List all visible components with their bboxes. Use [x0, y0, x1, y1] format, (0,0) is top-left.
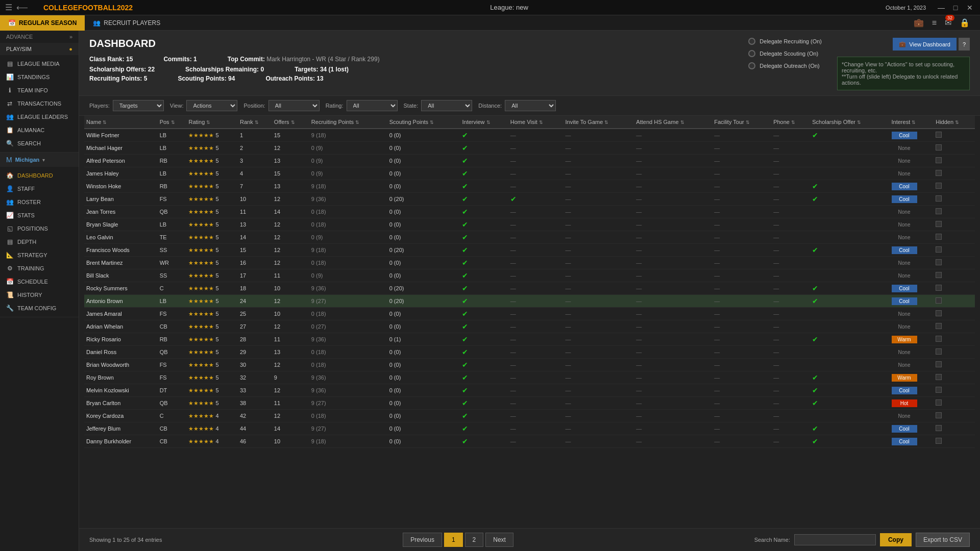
delegate-outreach-radio[interactable]	[748, 62, 755, 69]
view-dashboard-button[interactable]: 💼 View Dashboard	[893, 38, 957, 51]
hidden-checkbox[interactable]	[936, 221, 942, 227]
cell-hidden[interactable]	[934, 346, 975, 359]
interest-button[interactable]: None	[892, 234, 917, 241]
interest-button[interactable]: None	[892, 259, 917, 267]
distance-filter-select[interactable]: All	[505, 100, 556, 111]
sidebar-item-team-config[interactable]: 🔧 TEAM CONFIG	[0, 302, 79, 315]
cell-interest[interactable]: None	[890, 410, 934, 422]
cell-hidden[interactable]	[934, 129, 975, 142]
interest-button[interactable]: Cool	[892, 246, 917, 254]
sidebar-item-staff[interactable]: 👤 STAFF	[0, 182, 79, 195]
col-scholarship[interactable]: Scholarship Offer ⇅	[810, 116, 889, 129]
sidebar-item-dashboard[interactable]: 🏠 DASHBOARD	[0, 169, 79, 182]
cell-interest[interactable]: Cool	[890, 180, 934, 193]
interest-button[interactable]: Cool	[892, 195, 917, 203]
interest-button[interactable]: None	[892, 323, 917, 331]
hidden-checkbox[interactable]	[936, 259, 942, 265]
sidebar-item-history[interactable]: 📜 HISTORY	[0, 288, 79, 302]
col-home-visit[interactable]: Home Visit ⇅	[508, 116, 564, 129]
cell-interest[interactable]: None	[890, 320, 934, 333]
cell-interest[interactable]: None	[890, 167, 934, 180]
sidebar-item-league-leaders[interactable]: 👥 LEAGUE LEADERS	[0, 110, 79, 123]
col-phone[interactable]: Phone ⇅	[771, 116, 810, 129]
interest-button[interactable]: None	[892, 208, 917, 216]
prev-button[interactable]: Previous	[403, 533, 442, 547]
sidebar-item-team-info[interactable]: ℹ TEAM INFO	[0, 84, 79, 97]
page-1-button[interactable]: 1	[444, 533, 463, 547]
cell-interest[interactable]: None	[890, 231, 934, 244]
interest-button[interactable]: None	[892, 348, 917, 356]
interest-button[interactable]: Cool	[892, 387, 917, 394]
hidden-checkbox[interactable]	[936, 297, 942, 304]
menu-icon[interactable]: ☰	[5, 3, 12, 12]
hidden-checkbox[interactable]	[936, 374, 942, 380]
interest-button[interactable]: Warm	[892, 336, 917, 343]
cell-hidden[interactable]	[934, 257, 975, 269]
hidden-checkbox[interactable]	[936, 234, 942, 240]
interest-button[interactable]: Hot	[892, 399, 917, 407]
col-rec-pts[interactable]: Recruiting Points ⇅	[309, 116, 387, 129]
sidebar-item-standings[interactable]: 📊 STANDINGS	[0, 70, 79, 84]
sidebar-item-roster[interactable]: 👥 ROSTER	[0, 195, 79, 209]
cell-hidden[interactable]	[934, 371, 975, 384]
help-button[interactable]: ?	[959, 38, 970, 51]
cell-interest[interactable]: None	[890, 257, 934, 269]
season-button[interactable]: 📅 REGULAR SEASON	[0, 15, 85, 31]
position-filter-select[interactable]: All	[268, 100, 320, 111]
cell-interest[interactable]: None	[890, 359, 934, 371]
cell-hidden[interactable]	[934, 231, 975, 244]
team-section[interactable]: M Michigan ▾	[0, 153, 79, 167]
mail-icon[interactable]: ✉32	[945, 18, 951, 28]
cell-hidden[interactable]	[934, 435, 975, 448]
sidebar-item-strategy[interactable]: 📐 STRATEGY	[0, 248, 79, 262]
hidden-checkbox[interactable]	[936, 310, 942, 316]
cell-hidden[interactable]	[934, 142, 975, 155]
cell-hidden[interactable]	[934, 333, 975, 346]
cell-hidden[interactable]	[934, 422, 975, 435]
col-attend[interactable]: Attend HS Game ⇅	[634, 116, 712, 129]
hidden-checkbox[interactable]	[936, 208, 942, 214]
interest-button[interactable]: Cool	[892, 438, 917, 445]
hidden-checkbox[interactable]	[936, 144, 942, 151]
copy-button[interactable]: Copy	[880, 533, 912, 546]
col-rating[interactable]: Rating ⇅	[186, 116, 237, 129]
interest-button[interactable]: None	[892, 310, 917, 318]
col-rank[interactable]: Rank ⇅	[238, 116, 272, 129]
hidden-checkbox[interactable]	[936, 348, 942, 355]
cell-hidden[interactable]	[934, 244, 975, 257]
sidebar-item-almanac[interactable]: 📋 ALMANAC	[0, 123, 79, 137]
hidden-checkbox[interactable]	[936, 183, 942, 189]
interest-button[interactable]: None	[892, 221, 917, 229]
hidden-checkbox[interactable]	[936, 157, 942, 163]
hidden-checkbox[interactable]	[936, 412, 942, 418]
cell-interest[interactable]: Warm	[890, 371, 934, 384]
interest-button[interactable]: Warm	[892, 374, 917, 382]
sidebar-item-league-media[interactable]: ▤ LEAGUE MEDIA	[0, 57, 79, 70]
interest-button[interactable]: None	[892, 157, 917, 165]
export-button[interactable]: Export to CSV	[916, 533, 970, 547]
cell-hidden[interactable]	[934, 193, 975, 206]
col-offers[interactable]: Offers ⇅	[272, 116, 309, 129]
cell-interest[interactable]: None	[890, 346, 934, 359]
cell-interest[interactable]: Cool	[890, 422, 934, 435]
col-invite[interactable]: Invite To Game ⇅	[564, 116, 634, 129]
sidebar-item-positions[interactable]: ◱ POSITIONS	[0, 222, 79, 235]
recruit-button[interactable]: 👥 RECRUIT PLAYERS	[85, 15, 168, 31]
search-input[interactable]	[794, 534, 876, 545]
hidden-checkbox[interactable]	[936, 246, 942, 253]
col-interest[interactable]: Interest ⇅	[890, 116, 934, 129]
interest-button[interactable]: Cool	[892, 132, 917, 139]
interest-button[interactable]: None	[892, 144, 917, 152]
sidebar-item-search[interactable]: 🔍 SEARCH	[0, 137, 79, 150]
sidebar-item-playsim[interactable]: PLAY/SIM ●	[0, 43, 79, 55]
cell-hidden[interactable]	[934, 359, 975, 371]
hidden-checkbox[interactable]	[936, 387, 942, 393]
cell-hidden[interactable]	[934, 308, 975, 320]
cell-interest[interactable]: Hot	[890, 397, 934, 410]
cell-hidden[interactable]	[934, 397, 975, 410]
interest-button[interactable]: Cool	[892, 183, 917, 190]
hidden-checkbox[interactable]	[936, 361, 942, 367]
cell-interest[interactable]: Cool	[890, 282, 934, 295]
interest-button[interactable]: None	[892, 272, 917, 280]
rating-filter-select[interactable]: All	[347, 100, 398, 111]
